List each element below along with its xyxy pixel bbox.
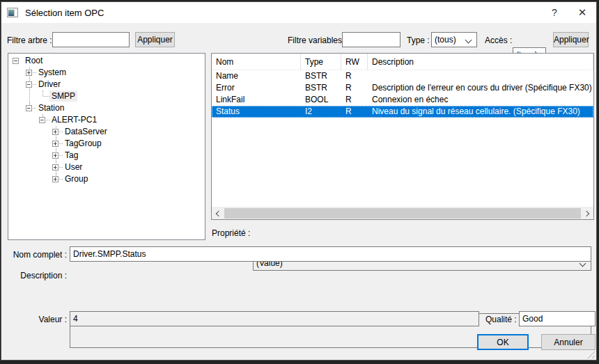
opc-tree-view[interactable]: RootSystemDriverSMPPStationALERT-PC1Data… (8, 53, 205, 240)
list-row-status[interactable]: StatusI2RNiveau du signal du réseau cell… (212, 106, 593, 118)
tree-guide (10, 150, 23, 161)
expand-plus-icon[interactable] (52, 129, 59, 135)
tree-item-label: TagGroup (63, 138, 104, 149)
ok-button[interactable]: OK (477, 334, 529, 350)
tree-connector (49, 150, 63, 161)
cell-rw: R (341, 106, 368, 118)
tree-item-station[interactable]: Station (10, 102, 205, 114)
tree-guide (23, 90, 36, 102)
variables-filter-apply-button[interactable]: Appliquer (553, 32, 589, 47)
access-filter-label: Accès : (485, 35, 512, 45)
column-header-type[interactable]: Type (301, 54, 341, 70)
scrollbar-thumb[interactable] (224, 208, 581, 219)
collapse-minus-icon[interactable] (26, 105, 32, 111)
cell-description (368, 70, 593, 82)
list-row-linkfail[interactable]: LinkFailBOOLRConnexion en échec (212, 94, 593, 106)
cancel-button[interactable]: Annuler (541, 334, 596, 350)
tree-item-taggroup[interactable]: TagGroup (10, 138, 205, 150)
tree-item-root[interactable]: Root (10, 55, 205, 67)
tree-item-label: Group (63, 173, 90, 184)
tree-filter-input[interactable] (52, 32, 130, 47)
tree-guide (10, 114, 23, 126)
tree-connector (23, 79, 36, 90)
cell-description: Description de l'erreur en cours du driv… (368, 82, 593, 94)
cell-description: Niveau du signal du réseau cellulaire. (… (368, 106, 593, 118)
title-bar: Sélection item OPC ? ✕ (1, 2, 596, 23)
quality-label: Qualité : (485, 315, 517, 324)
variables-list-view[interactable]: NomTypeRWDescription NameBSTRRErrorBSTRR… (211, 53, 594, 220)
list-row-name[interactable]: NameBSTRR (212, 70, 593, 82)
help-button[interactable]: ? (540, 2, 568, 23)
tree-guide (23, 173, 36, 185)
tree-filter-label: Filtre arbre : (7, 35, 52, 45)
variables-filter-input[interactable] (342, 32, 400, 47)
tree-guide (36, 173, 49, 185)
horizontal-scrollbar[interactable] (212, 207, 593, 219)
value-input[interactable] (70, 311, 479, 326)
cell-rw: R (341, 70, 368, 82)
opc-item-selection-dialog: Sélection item OPC ? ✕ Filtre arbre : Ap… (1, 1, 597, 361)
tree-item-alert-pc1[interactable]: ALERT-PC1 (10, 114, 205, 126)
tree-filter-apply-button[interactable]: Appliquer (135, 32, 175, 47)
tree-item-label: DataServer (63, 126, 109, 137)
tree-connector (36, 90, 49, 102)
close-button[interactable]: ✕ (568, 2, 596, 23)
tree-guide (10, 67, 23, 79)
cell-nom: Name (212, 70, 301, 82)
tree-guide (23, 150, 36, 161)
tree-item-smpp[interactable]: SMPP (10, 90, 205, 102)
expand-plus-icon[interactable] (52, 152, 59, 159)
column-header-description[interactable]: Description (368, 54, 593, 70)
list-header: NomTypeRWDescription (212, 54, 593, 70)
cell-description: Connexion en échec (368, 94, 593, 106)
cell-rw: R (341, 94, 368, 106)
tree-guide (10, 173, 23, 185)
collapse-minus-icon[interactable] (26, 81, 32, 88)
tree-connector (49, 173, 63, 185)
tree-item-user[interactable]: User (10, 161, 205, 173)
tree-item-label: System (36, 67, 68, 78)
tree-guide (23, 161, 36, 173)
collapse-minus-icon[interactable] (13, 58, 19, 64)
tree-item-label: Driver (36, 79, 63, 90)
resize-grip[interactable] (586, 349, 595, 358)
tree-item-tag[interactable]: Tag (10, 150, 205, 161)
type-filter-select[interactable]: (tous) (431, 32, 477, 47)
cell-nom: Status (212, 106, 301, 118)
column-header-nom[interactable]: Nom (212, 54, 301, 70)
quality-input[interactable] (519, 311, 596, 326)
cell-type: I2 (301, 106, 341, 118)
tree-guide (36, 150, 49, 161)
cell-nom: Error (212, 82, 301, 94)
tree-item-system[interactable]: System (10, 67, 205, 79)
tree-item-label: User (63, 161, 84, 173)
tree-guide (10, 90, 23, 102)
tree-connector (23, 67, 36, 79)
collapse-minus-icon[interactable] (39, 117, 45, 123)
tree-guide (10, 161, 23, 173)
tree-connector (49, 138, 63, 150)
tree-item-driver[interactable]: Driver (10, 79, 205, 90)
full-name-input[interactable] (70, 246, 591, 262)
tree-item-label: ALERT-PC1 (49, 114, 99, 125)
tree-connector (10, 55, 23, 67)
chevron-down-icon (465, 37, 472, 44)
scroll-right-icon[interactable] (582, 207, 593, 219)
expand-plus-icon[interactable] (52, 176, 59, 182)
window-title: Sélection item OPC (25, 8, 104, 18)
list-row-error[interactable]: ErrorBSTRRDescription de l'erreur en cou… (212, 82, 593, 94)
tree-connector (23, 102, 36, 114)
column-header-rw[interactable]: RW (341, 54, 368, 70)
expand-plus-icon[interactable] (52, 164, 59, 171)
value-label: Valeur : (6, 315, 67, 324)
tree-guide (10, 79, 23, 90)
expand-plus-icon[interactable] (52, 141, 59, 147)
tree-guide (36, 161, 49, 173)
tree-item-label: Station (36, 102, 66, 113)
tree-connector (49, 161, 63, 173)
scroll-left-icon[interactable] (212, 207, 224, 219)
tree-item-dataserver[interactable]: DataServer (10, 126, 205, 138)
tree-item-group[interactable]: Group (10, 173, 205, 185)
expand-plus-icon[interactable] (26, 70, 32, 76)
property-label: Propriété : (212, 228, 250, 238)
